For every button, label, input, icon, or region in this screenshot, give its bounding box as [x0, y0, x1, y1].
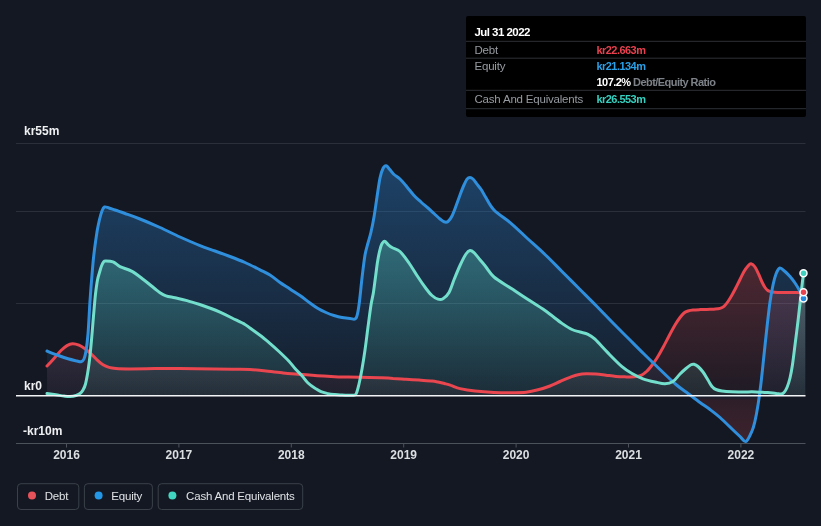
svg-text:kr26.553m: kr26.553m	[597, 93, 647, 105]
svg-text:Cash And Equivalents: Cash And Equivalents	[475, 93, 584, 105]
svg-text:Jul 31 2022: Jul 31 2022	[475, 26, 530, 38]
svg-text:Debt: Debt	[45, 490, 69, 502]
svg-text:107.2% Debt/Equity Ratio: 107.2% Debt/Equity Ratio	[597, 76, 717, 88]
svg-text:kr0: kr0	[24, 379, 42, 393]
svg-text:Equity: Equity	[111, 490, 142, 502]
svg-text:Equity: Equity	[475, 60, 506, 72]
svg-text:Cash And Equivalents: Cash And Equivalents	[186, 490, 295, 502]
svg-text:2021: 2021	[615, 448, 642, 462]
svg-text:2018: 2018	[278, 448, 305, 462]
svg-text:kr55m: kr55m	[24, 124, 59, 138]
svg-text:2019: 2019	[390, 448, 417, 462]
svg-text:kr21.134m: kr21.134m	[597, 60, 647, 72]
svg-text:kr22.663m: kr22.663m	[597, 44, 647, 56]
svg-text:2022: 2022	[728, 448, 755, 462]
svg-text:-kr10m: -kr10m	[23, 424, 62, 438]
svg-text:2017: 2017	[166, 448, 193, 462]
svg-text:2020: 2020	[503, 448, 530, 462]
svg-text:2016: 2016	[53, 448, 80, 462]
svg-text:Debt: Debt	[475, 44, 499, 56]
